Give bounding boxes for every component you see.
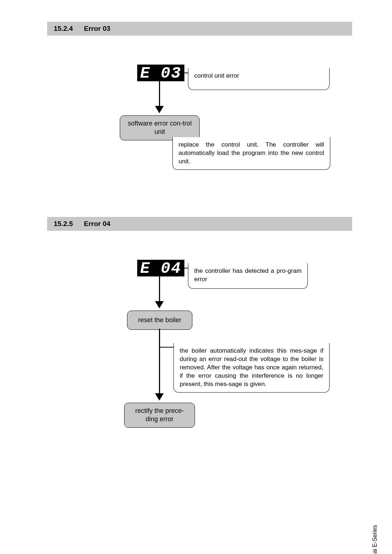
arrow-down-icon bbox=[155, 106, 164, 113]
info-box-control-unit-error: control unit error bbox=[188, 68, 330, 90]
arrow-down-icon bbox=[155, 393, 164, 401]
step-reset-boiler: reset the boiler bbox=[127, 311, 192, 330]
section-header-error04: 15.2.5 Error 04 bbox=[47, 217, 352, 231]
connector-line bbox=[160, 347, 174, 348]
section-number: 15.2.4 bbox=[54, 25, 73, 32]
connector-line bbox=[181, 268, 188, 268]
section-header-error03: 15.2.4 Error 03 bbox=[47, 22, 352, 36]
side-footer: 7 Installation & Servicing Instructions … bbox=[372, 525, 378, 554]
error-display-e04: E 04 bbox=[137, 260, 184, 276]
step-rectify-error: rectify the prece-ding error bbox=[124, 403, 195, 428]
diagram-error03: E 03 control unit error software error c… bbox=[47, 65, 352, 184]
section-title: Error 03 bbox=[84, 25, 110, 32]
section-number: 15.2.5 bbox=[54, 220, 73, 227]
doc-title: Installation & Servicing Instructions Ri… bbox=[372, 525, 378, 554]
error-display-e03: E 03 bbox=[137, 65, 184, 81]
info-box-program-error: the controller has detected a pro-gram e… bbox=[188, 263, 308, 289]
info-box-replace-unit: replace the control unit. The controller… bbox=[172, 137, 330, 170]
arrow-down-icon bbox=[155, 301, 164, 308]
connector-line bbox=[181, 73, 189, 73]
step-software-error: software error con-trol unit bbox=[120, 115, 200, 140]
flow-line bbox=[159, 329, 160, 394]
info-box-boiler-message: the boiler automatically indicates this … bbox=[173, 343, 330, 393]
flow-line bbox=[159, 276, 160, 302]
flow-line bbox=[159, 81, 160, 107]
diagram-error04: E 04 the controller has detected a pro-g… bbox=[47, 260, 352, 452]
section-title: Error 04 bbox=[84, 220, 110, 227]
